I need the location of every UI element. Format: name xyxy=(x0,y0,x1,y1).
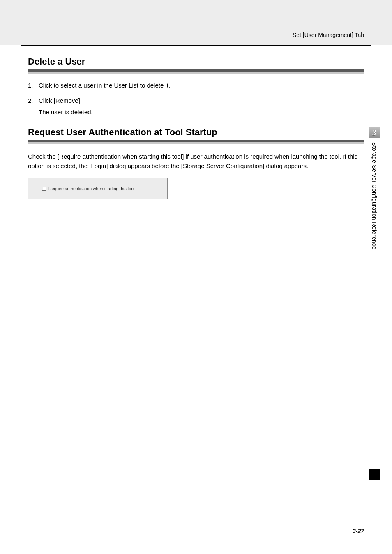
side-black-bar xyxy=(369,469,380,480)
step-number: 1. xyxy=(28,81,39,90)
step-number: 2. xyxy=(28,96,39,106)
chapter-number-badge: 3 xyxy=(369,127,380,138)
chapter-name-vertical: Storage Server Configuration Reference xyxy=(371,142,378,249)
section-title-delete-user: Delete a User xyxy=(28,56,364,67)
step-text: Click to select a user in the User List … xyxy=(39,81,170,90)
page-header-area: Set [User Management] Tab xyxy=(0,0,392,45)
page-number: 3-27 xyxy=(353,528,364,534)
header-rule xyxy=(21,45,371,46)
section-rule xyxy=(28,140,364,144)
checkbox-screenshot: Require authentication when starting thi… xyxy=(28,178,168,199)
section-rule xyxy=(28,69,364,74)
section-title-request-auth: Request User Authentication at Tool Star… xyxy=(28,127,364,138)
checkbox-icon xyxy=(42,187,46,191)
checkbox-label: Require authentication when starting thi… xyxy=(48,186,135,191)
header-right-text: Set [User Management] Tab xyxy=(293,32,364,38)
main-content: Delete a User 1. Click to select a user … xyxy=(0,56,392,199)
step-2: 2. Click [Remove]. xyxy=(28,96,364,106)
step-1: 1. Click to select a user in the User Li… xyxy=(28,81,364,90)
step-text: Click [Remove]. xyxy=(39,96,82,106)
delete-user-steps: 1. Click to select a user in the User Li… xyxy=(28,81,364,105)
delete-user-subtext: The user is deleted. xyxy=(39,108,364,115)
request-auth-paragraph: Check the [Require authentication when s… xyxy=(28,152,364,171)
side-tab: 3 Storage Server Configuration Reference xyxy=(369,127,380,249)
